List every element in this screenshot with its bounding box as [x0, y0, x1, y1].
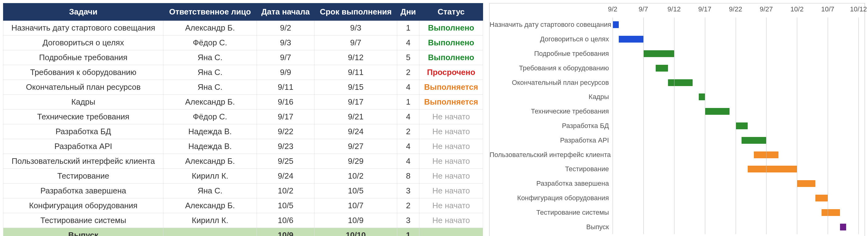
cell-start: 9/25 — [257, 154, 314, 169]
gantt-bar — [748, 166, 797, 173]
cell-days: 2 — [397, 124, 420, 139]
gantt-bar — [619, 36, 643, 43]
table-row: Тестирование системыКирилл К.10/610/93Не… — [3, 213, 483, 228]
col-start: Дата начала — [257, 3, 314, 21]
cell-task: Кадры — [3, 95, 163, 109]
gantt-row: Требования к оборудованию — [490, 61, 865, 75]
cell-end: 10/10 — [314, 228, 397, 236]
cell-owner: Кирилл К. — [163, 169, 257, 184]
cell-status: Не начато — [420, 109, 483, 124]
cell-task: Выпуск — [3, 228, 163, 236]
gridline — [859, 18, 859, 234]
cell-start: 9/2 — [257, 21, 314, 35]
cell-owner: Яна С. — [163, 184, 257, 199]
cell-start: 9/3 — [257, 35, 314, 50]
gantt-bar — [815, 195, 828, 202]
cell-end: 9/3 — [314, 21, 397, 35]
gridline — [797, 18, 797, 234]
gantt-chart: 9/29/79/129/179/229/2710/210/710/12 Назн… — [489, 3, 865, 236]
cell-end: 9/17 — [314, 95, 397, 109]
table-row: ТестированиеКирилл К.9/2410/28Не начато — [3, 169, 483, 184]
gantt-row-label: Тестирование системы — [490, 209, 613, 216]
gantt-row-label: Требования к оборудованию — [490, 64, 613, 72]
gridline — [705, 18, 705, 234]
cell-end: 10/7 — [314, 199, 397, 213]
gridline — [613, 18, 613, 234]
cell-start: 9/11 — [257, 80, 314, 95]
gantt-bar — [668, 79, 693, 86]
x-tick: 9/2 — [608, 5, 618, 13]
table-row: Выпуск10/910/101 — [3, 228, 483, 236]
col-days: Дни — [397, 3, 420, 21]
cell-start: 9/9 — [257, 65, 314, 80]
cell-owner: Яна С. — [163, 80, 257, 95]
cell-end: 9/29 — [314, 154, 397, 169]
cell-end: 9/24 — [314, 124, 397, 139]
gantt-row: Разработка завершена — [490, 177, 865, 191]
cell-days: 1 — [397, 95, 420, 109]
cell-start: 10/5 — [257, 199, 314, 213]
gantt-row-label: Разработка завершена — [490, 180, 613, 188]
cell-status: Выполняется — [420, 95, 483, 109]
cell-status: Просрочено — [420, 65, 483, 80]
gantt-row-label: Разработка БД — [490, 122, 613, 130]
gantt-row: Разработка API — [490, 133, 865, 148]
cell-status: Не начато — [420, 199, 483, 213]
cell-days: 4 — [397, 154, 420, 169]
gantt-bar — [736, 123, 748, 129]
cell-owner: Кирилл К. — [163, 213, 257, 228]
cell-status — [420, 228, 483, 236]
cell-status: Не начато — [420, 124, 483, 139]
gantt-row-label: Тестирование — [490, 165, 613, 173]
table-row: Окончательный план ресурсовЯна С.9/119/1… — [3, 80, 483, 95]
cell-task: Технические требования — [3, 109, 163, 124]
table-row: Требования к оборудованиюЯна С.9/99/112П… — [3, 65, 483, 80]
table-row: Конфигурация оборудованияАлександр Б.10/… — [3, 199, 483, 213]
cell-owner — [163, 228, 257, 236]
cell-owner: Александр Б. — [163, 21, 257, 35]
col-end: Срок выполнения — [314, 3, 397, 21]
task-table-container: Задачи Ответственное лицо Дата начала Ср… — [3, 3, 483, 236]
cell-task: Разработка API — [3, 139, 163, 154]
gridline — [674, 18, 675, 234]
cell-status: Не начато — [420, 154, 483, 169]
cell-end: 9/21 — [314, 109, 397, 124]
cell-start: 9/24 — [257, 169, 314, 184]
cell-days: 1 — [397, 228, 420, 236]
gantt-row: Тестирование — [490, 162, 865, 177]
cell-start: 9/23 — [257, 139, 314, 154]
x-tick: 9/17 — [698, 5, 711, 13]
cell-status: Не начато — [420, 169, 483, 184]
cell-end: 10/2 — [314, 169, 397, 184]
gantt-bar — [797, 180, 815, 187]
cell-days: 8 — [397, 169, 420, 184]
cell-days: 2 — [397, 65, 420, 80]
col-status: Статус — [420, 3, 483, 21]
cell-days: 1 — [397, 21, 420, 35]
cell-days: 4 — [397, 139, 420, 154]
cell-task: Конфигурация оборудования — [3, 199, 163, 213]
gantt-row-label: Кадры — [490, 93, 613, 101]
gantt-bar — [656, 65, 668, 72]
task-table-head: Задачи Ответственное лицо Дата начала Ср… — [3, 3, 483, 21]
cell-status: Выполнено — [420, 35, 483, 50]
x-tick: 9/27 — [760, 5, 773, 13]
x-tick: 9/7 — [639, 5, 648, 13]
x-tick: 10/2 — [790, 5, 804, 13]
gantt-row: Назначить дату стартового совещания — [490, 18, 865, 32]
table-row: Разработка APIНадежда В.9/239/274Не нача… — [3, 139, 483, 154]
cell-task: Разработка БД — [3, 124, 163, 139]
table-row: КадрыАлександр Б.9/169/171Выполняется — [3, 95, 483, 109]
cell-end: 10/5 — [314, 184, 397, 199]
gantt-row-label: Договориться о целях — [490, 35, 613, 43]
cell-start: 10/2 — [257, 184, 314, 199]
cell-start: 10/6 — [257, 213, 314, 228]
cell-days: 3 — [397, 213, 420, 228]
cell-end: 9/27 — [314, 139, 397, 154]
gridline — [828, 18, 828, 234]
gantt-bar — [643, 50, 674, 57]
cell-status: Выполняется — [420, 80, 483, 95]
cell-owner: Александр Б. — [163, 95, 257, 109]
gantt-row-label: Пользовательский интерфейс клиента — [490, 151, 613, 159]
cell-task: Пользовательский интерфейс клиента — [3, 154, 163, 169]
